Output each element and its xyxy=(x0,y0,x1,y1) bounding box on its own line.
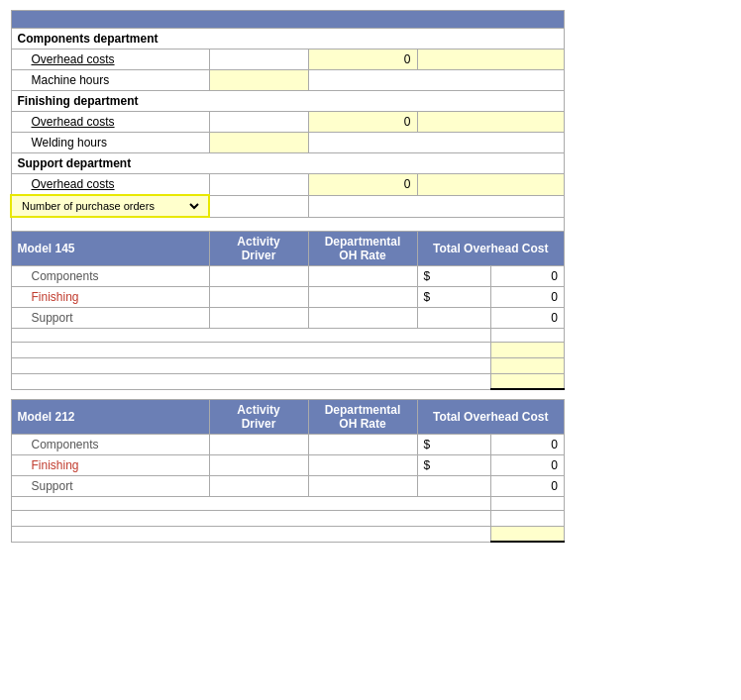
model145-finishing-label: Finishing xyxy=(11,286,209,307)
support-purchase-row: Number of purchase orders Machine hours … xyxy=(11,195,565,217)
components-machine-label: Machine hours xyxy=(11,70,209,91)
components-overhead-row: Overhead costs 0 xyxy=(11,50,565,70)
model145-finishing-value: 0 xyxy=(490,286,564,307)
model212-support-activity[interactable] xyxy=(209,475,308,496)
finishing-overhead-value[interactable]: 0 xyxy=(308,112,417,133)
model212-blank1 xyxy=(11,496,565,510)
support-overhead-input1[interactable] xyxy=(209,174,308,196)
components-machine-input[interactable] xyxy=(209,70,308,91)
model145-blank1 xyxy=(11,328,565,342)
model145-blank2 xyxy=(11,342,565,357)
spacer-between-models xyxy=(11,389,565,399)
support-purchase-empty xyxy=(308,195,565,217)
support-dept-label: Support department xyxy=(11,153,565,174)
model145-finishing-row: Finishing $ 0 xyxy=(11,286,565,307)
support-overhead-label: Overhead costs xyxy=(11,174,209,196)
model212-label: Model 212 xyxy=(11,399,209,434)
model145-support-value: 0 xyxy=(490,307,564,328)
support-overhead-row: Overhead costs 0 xyxy=(11,174,565,196)
components-overhead-extra[interactable] xyxy=(417,50,565,70)
finishing-dept-header-row: Finishing department xyxy=(11,91,565,112)
model212-components-ohrate xyxy=(308,434,417,454)
model212-components-activity[interactable] xyxy=(209,434,308,454)
model212-support-value: 0 xyxy=(490,475,564,496)
finishing-overhead-row: Overhead costs 0 xyxy=(11,112,565,133)
spacer-1 xyxy=(11,217,565,231)
main-table: Components department Overhead costs 0 M… xyxy=(10,10,565,543)
model212-finishing-label: Finishing xyxy=(11,454,209,475)
model212-finishing-activity[interactable] xyxy=(209,454,308,475)
finishing-welding-input[interactable] xyxy=(209,133,308,153)
finishing-overhead-extra[interactable] xyxy=(417,112,565,133)
support-overhead-value[interactable]: 0 xyxy=(308,174,417,196)
model212-finishing-row: Finishing $ 0 xyxy=(11,454,565,475)
components-machine-empty xyxy=(308,70,565,91)
top-bar xyxy=(11,11,565,29)
model212-total-col: Total Overhead Cost xyxy=(417,399,565,434)
model212-activity-driver-col: ActivityDriver xyxy=(209,399,308,434)
model212-finishing-dollar: $ xyxy=(417,454,490,475)
model145-blank3 xyxy=(11,357,565,373)
finishing-welding-empty xyxy=(308,133,565,153)
model145-components-value: 0 xyxy=(490,265,564,286)
model212-support-ohrate xyxy=(308,475,417,496)
model212-finishing-ohrate xyxy=(308,454,417,475)
components-dept-label: Components department xyxy=(11,29,565,50)
model212-components-row: Components $ 0 xyxy=(11,434,565,454)
model145-components-row: Components $ 0 xyxy=(11,265,565,286)
model212-blank2 xyxy=(11,510,565,526)
purchase-orders-dropdown[interactable]: Number of purchase orders Machine hours … xyxy=(18,199,202,213)
model145-support-activity[interactable] xyxy=(209,307,308,328)
model145-activity-driver-col: ActivityDriver xyxy=(209,231,308,265)
model212-dept-oh-col: DepartmentalOH Rate xyxy=(308,399,417,434)
finishing-overhead-input1[interactable] xyxy=(209,112,308,133)
model212-blank3 xyxy=(11,526,565,542)
model145-support-dollar xyxy=(417,307,490,328)
model145-label: Model 145 xyxy=(11,231,209,265)
model145-finishing-ohrate xyxy=(308,286,417,307)
model212-support-label: Support xyxy=(11,475,209,496)
model145-support-ohrate xyxy=(308,307,417,328)
model212-components-label: Components xyxy=(11,434,209,454)
model145-support-label: Support xyxy=(11,307,209,328)
model212-finishing-value: 0 xyxy=(490,454,564,475)
finishing-dept-label: Finishing department xyxy=(11,91,565,112)
support-purchase-input[interactable] xyxy=(209,195,308,217)
components-machine-row: Machine hours xyxy=(11,70,565,91)
finishing-welding-label: Welding hours xyxy=(11,133,209,153)
support-dept-header-row: Support department xyxy=(11,153,565,174)
model145-header-row: Model 145 ActivityDriver DepartmentalOH … xyxy=(11,231,565,265)
model145-support-row: Support 0 xyxy=(11,307,565,328)
model145-finishing-dollar: $ xyxy=(417,286,490,307)
finishing-overhead-label: Overhead costs xyxy=(11,112,209,133)
model212-components-value: 0 xyxy=(490,434,564,454)
finishing-welding-row: Welding hours xyxy=(11,133,565,153)
support-overhead-extra[interactable] xyxy=(417,174,565,196)
components-overhead-value[interactable]: 0 xyxy=(308,50,417,70)
components-overhead-label: Overhead costs xyxy=(11,50,209,70)
model212-header-row: Model 212 ActivityDriver DepartmentalOH … xyxy=(11,399,565,434)
model145-finishing-activity[interactable] xyxy=(209,286,308,307)
model145-dept-oh-col: DepartmentalOH Rate xyxy=(308,231,417,265)
top-bar-row xyxy=(11,11,565,29)
components-dept-header-row: Components department xyxy=(11,29,565,50)
model145-components-ohrate xyxy=(308,265,417,286)
model212-support-row: Support 0 xyxy=(11,475,565,496)
model145-components-activity[interactable] xyxy=(209,265,308,286)
model145-components-label: Components xyxy=(11,265,209,286)
support-purchase-dropdown-cell[interactable]: Number of purchase orders Machine hours … xyxy=(11,195,209,217)
model212-components-dollar: $ xyxy=(417,434,490,454)
model145-components-dollar: $ xyxy=(417,265,490,286)
components-overhead-input1[interactable] xyxy=(209,50,308,70)
model145-blank4 xyxy=(11,373,565,389)
model212-support-dollar xyxy=(417,475,490,496)
model145-total-col: Total Overhead Cost xyxy=(417,231,565,265)
